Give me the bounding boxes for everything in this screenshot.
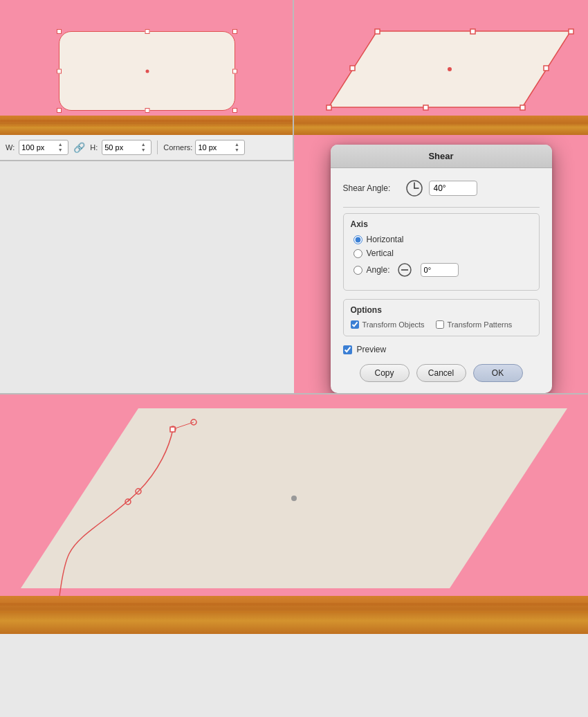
radio-vertical-input[interactable]: [353, 249, 362, 258]
ok-button[interactable]: OK: [473, 364, 523, 382]
w-input[interactable]: [21, 143, 56, 152]
h-field[interactable]: ▲ ▼: [102, 140, 151, 155]
svg-point-1: [448, 67, 452, 71]
options-section: Options Transform Objects Transform Patt…: [343, 299, 540, 336]
corner-handle-bl[interactable]: [57, 108, 62, 113]
dialog-buttons: Copy Cancel OK: [343, 364, 540, 385]
corner-handle-tl[interactable]: [57, 29, 62, 34]
h-up[interactable]: ▲: [140, 142, 147, 147]
canvas-left: [0, 0, 294, 135]
corner-handle-tr[interactable]: [232, 29, 237, 34]
dialog-title: Shear: [428, 151, 453, 161]
shear-angle-label: Shear Angle:: [343, 183, 405, 193]
angle-dial-icon: [397, 262, 412, 278]
transform-patterns-label: Transform Patterns: [448, 320, 513, 329]
options-label: Options: [351, 305, 532, 315]
link-icon[interactable]: 🔗: [71, 142, 87, 153]
shear-angle-input[interactable]: [429, 181, 477, 196]
radio-horizontal-input[interactable]: [353, 235, 362, 244]
cancel-button[interactable]: Cancel: [416, 364, 466, 382]
corner-handle-ml[interactable]: [57, 69, 62, 73]
axis-section: Axis Horizontal Vertical: [343, 213, 540, 291]
h-spinner[interactable]: ▲ ▼: [140, 142, 147, 153]
middle-row: W: ▲ ▼ 🔗 H: ▲ ▼ Corners: ▲ ▼: [0, 135, 588, 393]
corners-input[interactable]: [198, 143, 232, 152]
dialog-body: Shear Angle: Axis: [331, 168, 552, 393]
svg-rect-2: [375, 29, 380, 34]
w-label: W:: [6, 143, 15, 152]
radio-angle-input[interactable]: [353, 266, 362, 275]
corner-handle-bm[interactable]: [145, 108, 149, 113]
h-down[interactable]: ▼: [140, 147, 147, 153]
corners-down[interactable]: ▼: [233, 147, 240, 153]
radio-angle-label: Angle:: [367, 265, 390, 275]
copy-button[interactable]: Copy: [360, 364, 410, 382]
svg-rect-4: [327, 105, 331, 110]
transform-objects-checkbox[interactable]: [351, 320, 359, 329]
wood-bar-left: [0, 116, 293, 135]
bezier-outline: [0, 401, 249, 616]
top-canvas-section: [0, 0, 588, 135]
radio-horizontal-label: Horizontal: [367, 235, 404, 244]
svg-rect-6: [470, 29, 475, 34]
corners-field[interactable]: ▲ ▼: [195, 140, 245, 155]
corner-handle-mr[interactable]: [232, 69, 237, 73]
w-down[interactable]: ▼: [57, 147, 64, 153]
separator: [157, 140, 158, 154]
axis-radio-group: Horizontal Vertical Angle:: [351, 235, 532, 278]
radio-vertical[interactable]: Vertical: [353, 248, 532, 258]
preview-checkbox[interactable]: [343, 345, 352, 354]
shear-angle-row: Shear Angle:: [343, 179, 540, 197]
bottom-canvas-section: [0, 393, 588, 634]
wood-bar-right: [294, 116, 588, 135]
radio-angle[interactable]: Angle:: [353, 262, 532, 278]
parallelogram-shape: [322, 24, 578, 114]
transform-patterns-item[interactable]: Transform Patterns: [436, 320, 513, 329]
transform-objects-item[interactable]: Transform Objects: [351, 320, 425, 329]
w-field[interactable]: ▲ ▼: [19, 140, 68, 155]
svg-rect-3: [569, 29, 573, 34]
rounded-rect-shape[interactable]: [59, 31, 235, 111]
dialog-titlebar: Shear: [331, 145, 552, 168]
toolbar: W: ▲ ▼ 🔗 H: ▲ ▼ Corners: ▲ ▼: [0, 135, 294, 161]
svg-line-22: [128, 491, 138, 502]
preview-label: Preview: [357, 345, 387, 354]
radio-horizontal[interactable]: Horizontal: [353, 235, 532, 244]
corners-label: Corners:: [163, 143, 192, 152]
h-label: H:: [90, 143, 98, 152]
shear-angle-icon: [405, 179, 423, 197]
preview-row: Preview: [343, 345, 540, 354]
center-dot: [145, 69, 149, 73]
svg-rect-8: [350, 66, 355, 71]
axis-label: Axis: [351, 219, 532, 229]
corner-handle-br[interactable]: [232, 108, 237, 113]
w-spinner[interactable]: ▲ ▼: [57, 142, 64, 153]
svg-rect-25: [170, 427, 175, 432]
divider-1: [343, 207, 540, 208]
transform-objects-label: Transform Objects: [362, 320, 425, 329]
shear-dialog: Shear Shear Angle:: [331, 145, 552, 393]
canvas-right: [294, 0, 588, 135]
wood-bar-bottom: [0, 596, 588, 634]
corners-up[interactable]: ▲: [233, 142, 240, 147]
dialog-area: Shear Shear Angle:: [294, 135, 588, 393]
corner-handle-tm[interactable]: [145, 29, 149, 34]
svg-rect-5: [520, 105, 525, 110]
checkbox-group: Transform Objects Transform Patterns: [351, 320, 532, 329]
transform-patterns-checkbox[interactable]: [436, 320, 444, 329]
svg-line-19: [173, 422, 194, 429]
angle-value-input[interactable]: [421, 263, 459, 277]
svg-rect-9: [544, 66, 549, 71]
corners-spinner[interactable]: ▲ ▼: [233, 142, 240, 153]
h-input[interactable]: [104, 143, 139, 152]
w-up[interactable]: ▲: [57, 142, 64, 147]
svg-rect-7: [423, 105, 428, 110]
svg-point-16: [291, 496, 297, 501]
radio-vertical-label: Vertical: [367, 248, 394, 258]
